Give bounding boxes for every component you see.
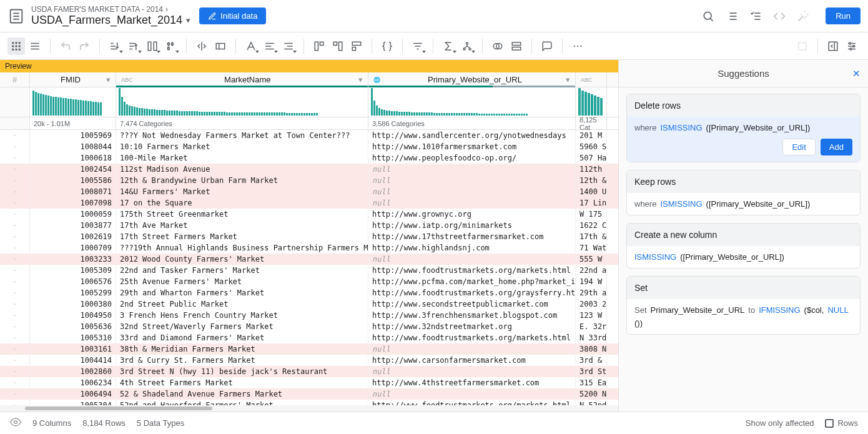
- table-row[interactable]: 100387717th Ave Markethttp://www.iatp.or…: [0, 220, 618, 231]
- search-icon[interactable]: [702, 10, 714, 22]
- table-row[interactable]: 100530452nd and Haverford Farmers' Marke…: [0, 400, 618, 405]
- suggestion-card[interactable]: Keep rowswhere ISMISSING([Primary_Websit…: [626, 170, 861, 215]
- table-row[interactable]: 10062344th Street Farmers Markethttp://w…: [0, 377, 618, 388]
- table-row[interactable]: 100530922nd and Tasker Farmers' Marketht…: [0, 265, 618, 276]
- table-row[interactable]: 100558612th & Brandywine Urban Farm Mark…: [0, 175, 618, 186]
- svg-rect-62: [829, 42, 837, 51]
- panel-left-icon[interactable]: [824, 37, 842, 55]
- table-row[interactable]: 10044143rd & Curry St. Farmers Markethtt…: [0, 355, 618, 366]
- column-headers: # FMID▾ ABCMarketName▾ 🌐Primary_Website_…: [0, 72, 618, 87]
- svg-point-53: [469, 48, 471, 50]
- filter-icon[interactable]: [409, 37, 427, 55]
- table-row[interactable]: 10028603rd Street N (hwy 11) beside jack…: [0, 366, 618, 377]
- code-icon[interactable]: [773, 10, 786, 22]
- breadcrumb[interactable]: USDA FAMER'S MARKET DATA - 2014›: [31, 5, 190, 14]
- column-header-url[interactable]: 🌐Primary_Website_or_URL▾: [368, 72, 576, 87]
- svg-text:0: 0: [167, 42, 170, 46]
- table-row[interactable]: 10049503 French Hens French Country Mark…: [0, 310, 618, 321]
- table-row[interactable]: 100649452 & Shadeland Avenue Farmers Mar…: [0, 388, 618, 400]
- status-rows: 8,184 Rows: [82, 418, 126, 428]
- svg-point-67: [849, 42, 851, 44]
- close-icon[interactable]: ✕: [852, 68, 861, 79]
- doc-title[interactable]: USDA_Farmers_Market_2014: [31, 14, 182, 27]
- svg-point-4: [704, 12, 711, 19]
- chevron-down-icon[interactable]: ▾: [106, 75, 111, 84]
- sort-asc-icon[interactable]: [106, 37, 124, 55]
- suggestion-card[interactable]: Create a new columnISMISSING([Primary_We…: [626, 223, 861, 269]
- table-row[interactable]: 1005969???Y Not Wednesday Farmers Market…: [0, 130, 618, 141]
- table-row[interactable]: 100657625th Avenue Farmers' Markethttp:/…: [0, 276, 618, 287]
- settings-icon[interactable]: [843, 37, 861, 55]
- column-header-street[interactable]: ABC: [576, 72, 607, 87]
- chevron-down-icon[interactable]: ▾: [358, 75, 363, 84]
- run-button[interactable]: Run: [826, 7, 861, 24]
- sigma-icon[interactable]: [440, 37, 457, 55]
- pivot-icon[interactable]: [310, 37, 328, 55]
- edit-button[interactable]: Edit: [782, 139, 815, 155]
- summary-row: 20k - 1.01M 7,474 Categories 3,586 Categ…: [0, 117, 618, 130]
- braces-icon[interactable]: [378, 37, 396, 55]
- table-row[interactable]: 100804410:10 Farmers Markethttp://www.10…: [0, 141, 618, 152]
- table-row[interactable]: 1000709???19th Annual Highlands Business…: [0, 242, 618, 254]
- rows-checkbox[interactable]: Rows: [825, 418, 858, 428]
- list-icon[interactable]: [726, 10, 738, 22]
- list-view-icon[interactable]: [26, 37, 44, 55]
- table-row[interactable]: 100261917th Street Farmers Markethttp://…: [0, 231, 618, 242]
- split-icon[interactable]: [193, 37, 210, 55]
- eye-icon[interactable]: [10, 417, 21, 430]
- initial-data-button[interactable]: Initial data: [199, 7, 266, 24]
- table-row[interactable]: 100807114&U Farmers' Marketnull1400 U: [0, 186, 618, 197]
- svg-rect-17: [19, 42, 21, 44]
- histogram-market[interactable]: [116, 87, 368, 117]
- suggestion-card[interactable]: Delete rowswhere ISMISSING([Primary_Webs…: [626, 94, 861, 162]
- undo-icon[interactable]: [57, 37, 74, 55]
- column-header-fmid[interactable]: FMID▾: [30, 72, 116, 87]
- transpose-icon[interactable]: [348, 37, 365, 55]
- suggestion-card[interactable]: SetSet Primary_Website_or_URL to IFMISSI…: [626, 276, 861, 335]
- svg-point-59: [577, 45, 578, 46]
- group-icon[interactable]: [458, 37, 476, 55]
- histogram-fmid[interactable]: [30, 87, 116, 117]
- table-row[interactable]: 1000618100-Mile Markethttp://www.peoples…: [0, 152, 618, 164]
- histogram-street[interactable]: [576, 87, 607, 117]
- checklist-icon[interactable]: [749, 10, 762, 22]
- more-icon[interactable]: [569, 37, 586, 55]
- svg-line-5: [711, 18, 713, 21]
- column-header-marketname[interactable]: ABCMarketName▾: [116, 72, 368, 87]
- join-icon[interactable]: [489, 37, 506, 55]
- comment-icon[interactable]: [538, 37, 556, 55]
- add-button[interactable]: Add: [821, 139, 852, 155]
- table-row[interactable]: 100529929th and Wharton Farmers' Marketh…: [0, 287, 618, 298]
- union-icon[interactable]: [508, 37, 525, 55]
- horizontal-scrollbar[interactable]: [0, 405, 618, 412]
- column-menu-icon[interactable]: [144, 37, 161, 55]
- table-row[interactable]: 100563632nd Street/Waverly Farmers Marke…: [0, 321, 618, 332]
- align-icon[interactable]: [261, 37, 279, 55]
- table-row[interactable]: 1002454112st Madison Avenuenull112th: [0, 164, 618, 175]
- svg-rect-47: [352, 47, 355, 50]
- indent-icon[interactable]: [280, 37, 297, 55]
- data-body[interactable]: 1005969???Y Not Wednesday Farmers Market…: [0, 130, 618, 405]
- table-row[interactable]: 10003802nd Street Public Markethttp://ww…: [0, 298, 618, 310]
- histogram-url[interactable]: [368, 87, 576, 117]
- unpivot-icon[interactable]: [329, 37, 347, 55]
- table-row[interactable]: 100531033rd and Diamond Farmers' Marketh…: [0, 332, 618, 343]
- svg-rect-61: [799, 42, 806, 50]
- chevron-down-icon[interactable]: ▾: [566, 75, 570, 84]
- table-row[interactable]: 100316138th & Meridian Farmers Marketnul…: [0, 343, 618, 355]
- grid-view-icon[interactable]: [7, 37, 25, 55]
- chevron-down-icon[interactable]: ▾: [186, 16, 190, 25]
- table-row[interactable]: 1000059175th Street Greenmarkethttp://ww…: [0, 209, 618, 220]
- svg-rect-43: [320, 42, 323, 45]
- number-format-icon[interactable]: 000: [162, 37, 180, 55]
- selection-icon[interactable]: [794, 37, 811, 55]
- svg-rect-23: [19, 48, 21, 50]
- table-row[interactable]: 100709817 on the Squarenull17 Lin: [0, 197, 618, 209]
- sort-desc-icon[interactable]: [125, 37, 142, 55]
- table-row[interactable]: 10032332012 Wood County Farmers' Marketn…: [0, 254, 618, 265]
- text-format-icon[interactable]: [242, 37, 260, 55]
- wand-icon[interactable]: [797, 10, 809, 22]
- redo-icon[interactable]: [76, 37, 93, 55]
- svg-rect-33: [216, 43, 225, 49]
- extract-icon[interactable]: [212, 37, 229, 55]
